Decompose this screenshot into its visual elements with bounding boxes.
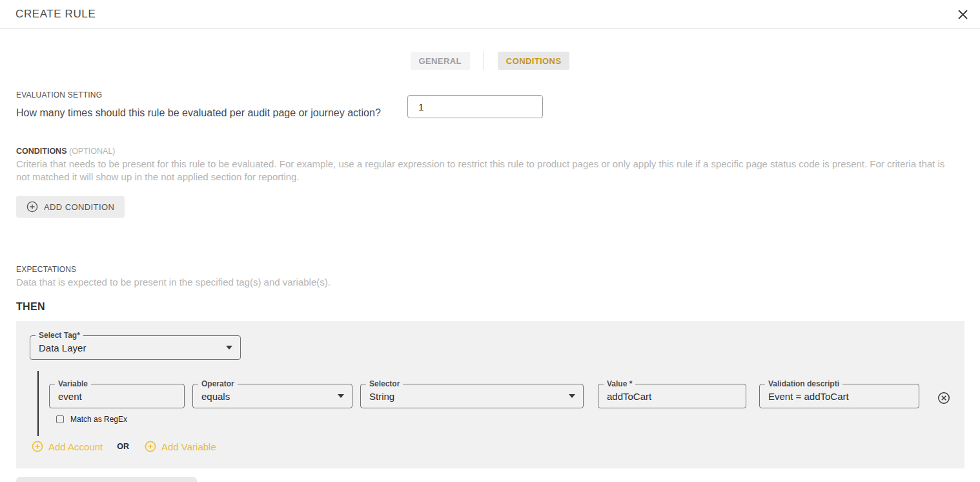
add-links-row: Add Account OR Add Variable — [32, 441, 216, 452]
dialog-header: CREATE RULE — [0, 0, 980, 29]
match-regex-checkbox[interactable] — [56, 415, 64, 423]
chevron-down-icon — [569, 394, 575, 398]
remove-variable-icon[interactable] — [937, 391, 951, 405]
plus-circle-icon — [32, 441, 43, 452]
variable-field-value: event — [58, 391, 82, 402]
value-field[interactable]: Value * addToCart — [598, 384, 746, 408]
operator-field-value: equals — [201, 391, 230, 402]
selector-dropdown[interactable]: Selector String — [360, 384, 584, 408]
create-rule-dialog: CREATE RULE GENERAL CONDITIONS EVALUATIO… — [0, 0, 980, 482]
tab-conditions[interactable]: CONDITIONS — [498, 52, 570, 70]
add-account-link[interactable]: Add Account — [32, 441, 103, 452]
tab-bar: GENERAL CONDITIONS — [0, 52, 980, 70]
plus-circle-icon — [145, 441, 156, 452]
tab-general[interactable]: GENERAL — [411, 52, 470, 70]
variable-field[interactable]: Variable event — [49, 384, 185, 408]
expectations-description: Data that is expected to be present in t… — [16, 276, 331, 289]
expectations-section-label: EXPECTATIONS — [16, 265, 76, 274]
add-condition-button[interactable]: ADD CONDITION — [16, 196, 125, 218]
chevron-down-icon — [338, 394, 344, 398]
chevron-down-icon — [226, 346, 232, 350]
or-label: OR — [117, 442, 129, 451]
conditions-label: CONDITIONS — [16, 147, 66, 156]
row-connector-line — [37, 371, 39, 436]
page-title: CREATE RULE — [15, 0, 96, 28]
add-condition-label: ADD CONDITION — [44, 202, 114, 212]
evaluation-question: How many times should this rule be evalu… — [16, 107, 381, 119]
match-regex-label: Match as RegEx — [70, 415, 127, 424]
then-label: THEN — [16, 301, 45, 313]
add-variable-link[interactable]: Add Variable — [145, 441, 216, 452]
conditions-section-label: CONDITIONS (OPTIONAL) — [16, 147, 116, 156]
select-tag-value: Data Layer — [39, 342, 86, 353]
operator-dropdown[interactable]: Operator equals — [192, 384, 352, 408]
add-tag-button-partial[interactable] — [16, 477, 197, 482]
add-variable-label: Add Variable — [161, 441, 216, 452]
evaluation-times-input[interactable] — [407, 95, 543, 118]
value-field-value: addToCart — [607, 391, 651, 402]
select-tag-dropdown[interactable]: Select Tag* Data Layer — [30, 335, 241, 360]
selector-field-value: String — [369, 391, 394, 402]
then-panel: Select Tag* Data Layer Variable event Op… — [16, 321, 965, 468]
conditions-optional-label: (OPTIONAL) — [69, 147, 116, 156]
tab-divider — [484, 52, 484, 70]
add-account-label: Add Account — [48, 441, 103, 452]
conditions-description: Criteria that needs to be present for th… — [16, 158, 947, 183]
validation-description-field[interactable]: Validation descripti Event = addToCart — [759, 384, 919, 408]
plus-circle-icon — [26, 201, 38, 213]
close-icon[interactable] — [953, 5, 972, 24]
match-regex-row: Match as RegEx — [56, 415, 127, 424]
evaluation-section-label: EVALUATION SETTING — [16, 90, 102, 100]
validation-description-field-value: Event = addToCart — [768, 391, 849, 402]
